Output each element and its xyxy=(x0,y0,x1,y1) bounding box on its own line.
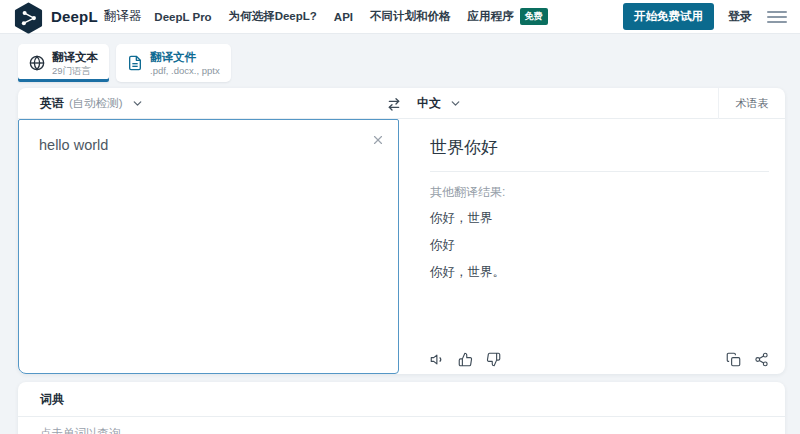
translation-panel: 世界你好 其他翻译结果: 你好，世界 你好 你好，世界。 xyxy=(399,119,785,374)
nav-item-apps[interactable]: 应用程序 xyxy=(468,9,514,24)
tab-translate-text[interactable]: 翻译文本 29门语言 xyxy=(18,44,109,82)
translation-toolbar xyxy=(430,352,769,367)
alternative-translation[interactable]: 你好 xyxy=(430,236,769,255)
free-badge: 免费 xyxy=(520,8,548,26)
dictionary-section: 词典 点击单词以查询。 xyxy=(18,382,785,434)
mode-tabs: 翻译文本 29门语言 翻译文件 .pdf, .docx., pptx xyxy=(18,44,231,82)
nav-item-api[interactable]: API xyxy=(334,11,353,23)
deepl-logo-icon[interactable] xyxy=(13,2,44,35)
chevron-down-icon xyxy=(449,97,462,110)
deepl-translator-page: DeepL 翻译器 DeepL Pro 为何选择DeepL? API 不同计划和… xyxy=(0,0,800,434)
dictionary-title: 词典 xyxy=(18,382,785,416)
share-icon[interactable] xyxy=(754,352,769,367)
chevron-down-icon xyxy=(131,97,144,110)
thumbs-up-icon[interactable] xyxy=(458,352,473,367)
translation-text[interactable]: 世界你好 xyxy=(430,119,769,159)
source-language-label: 英语 xyxy=(40,95,64,112)
target-language-label: 中文 xyxy=(417,95,441,112)
source-language-selector[interactable]: 英语 (自动检测) xyxy=(18,95,144,112)
speaker-icon[interactable] xyxy=(430,352,445,367)
nav-item-plans-pricing[interactable]: 不同计划和价格 xyxy=(370,9,451,24)
tab-sublabel: 29门语言 xyxy=(52,65,98,76)
clear-source-icon[interactable] xyxy=(371,133,385,147)
copy-icon[interactable] xyxy=(726,352,741,367)
main-nav: DeepL Pro 为何选择DeepL? API 不同计划和价格 应用程序 免费 xyxy=(154,8,547,26)
translation-divider xyxy=(430,171,769,172)
login-link[interactable]: 登录 xyxy=(728,8,752,25)
logo-product-label: 翻译器 xyxy=(104,8,142,25)
tab-translate-files[interactable]: 翻译文件 .pdf, .docx., pptx xyxy=(116,44,231,82)
language-bar: 英语 (自动检测) 中文 术语表 xyxy=(18,88,785,119)
tab-sublabel: .pdf, .docx., pptx xyxy=(150,65,220,76)
alternative-translation[interactable]: 你好，世界 xyxy=(430,209,769,228)
start-free-trial-button[interactable]: 开始免费试用 xyxy=(623,3,714,30)
thumbs-down-icon[interactable] xyxy=(486,352,501,367)
source-text-panel[interactable]: hello world xyxy=(18,119,399,374)
dictionary-hint: 点击单词以查询。 xyxy=(18,417,785,434)
tab-label: 翻译文件 xyxy=(150,51,220,64)
swap-languages-icon[interactable] xyxy=(386,96,402,112)
target-language-selector[interactable]: 中文 xyxy=(417,88,462,119)
navbar-actions: 开始免费试用 登录 xyxy=(623,3,787,30)
logo-wordmark[interactable]: DeepL xyxy=(51,8,98,25)
auto-detect-label: (自动检测) xyxy=(69,96,123,111)
top-navbar: DeepL 翻译器 DeepL Pro 为何选择DeepL? API 不同计划和… xyxy=(0,0,800,34)
glossary-label: 术语表 xyxy=(736,96,769,111)
menu-icon[interactable] xyxy=(767,8,787,26)
glossary-button[interactable]: 术语表 xyxy=(718,88,785,119)
translator-card: 英语 (自动检测) 中文 术语表 xyxy=(18,88,785,374)
file-icon xyxy=(127,55,143,71)
alternative-translation[interactable]: 你好，世界。 xyxy=(430,263,769,282)
globe-icon xyxy=(29,55,45,71)
nav-item-why-deepl[interactable]: 为何选择DeepL? xyxy=(229,9,317,24)
source-text-input[interactable]: hello world xyxy=(19,120,398,170)
tab-label: 翻译文本 xyxy=(52,51,98,64)
nav-item-deepl-pro[interactable]: DeepL Pro xyxy=(154,11,211,23)
alternatives-label: 其他翻译结果: xyxy=(430,184,769,201)
